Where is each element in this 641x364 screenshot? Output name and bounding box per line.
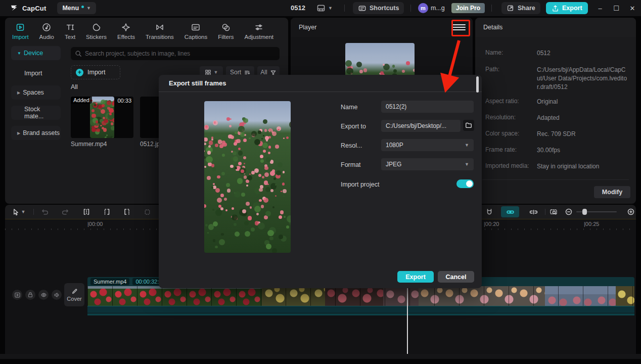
share-button[interactable]: Share [501, 2, 540, 14]
name-input[interactable] [381, 101, 474, 113]
divider [482, 179, 629, 180]
detail-value: Rec. 709 SDR [537, 130, 629, 139]
tab-stickers[interactable]: Stickers [86, 22, 107, 40]
shortcuts-button[interactable]: Shortcuts [353, 2, 404, 14]
split-left-icon [103, 208, 111, 216]
format-field-label: Format [341, 161, 361, 168]
resolution-select[interactable]: 1080P ▼ [381, 139, 474, 151]
tab-captions[interactable]: Captions [185, 22, 207, 40]
join-pro-button[interactable]: Join Pro [451, 3, 485, 13]
menu-button[interactable]: Menu ▼ [57, 2, 96, 14]
plus-icon: + [76, 69, 83, 76]
ruler-label: |00:00 [87, 221, 103, 227]
zoom-out-button[interactable] [562, 206, 575, 217]
detail-label: Name: [485, 49, 503, 56]
link-toggle-button[interactable] [501, 206, 519, 217]
preview-frame-button[interactable] [547, 206, 560, 217]
split-right-button[interactable] [120, 206, 133, 217]
clip-filmstrip [87, 286, 634, 306]
mute-track-button[interactable] [52, 290, 62, 300]
zoom-slider-handle[interactable] [582, 209, 587, 215]
detail-value: C:/Users/bj/AppData/Local/CapCut/User Da… [537, 66, 629, 92]
effects-icon [121, 22, 131, 32]
export-button-topbar[interactable]: Export [546, 2, 588, 14]
zoom-slider[interactable] [576, 211, 617, 212]
browse-folder-button[interactable] [463, 120, 474, 131]
divider [410, 5, 411, 12]
layout-switch-button[interactable]: ▼ [316, 2, 333, 14]
audio-icon [41, 22, 52, 32]
import-media-button[interactable]: + Import [71, 65, 120, 79]
layout-icon [316, 4, 326, 13]
split-right-icon [123, 208, 131, 216]
export-icon [552, 5, 559, 12]
zoom-in-button[interactable] [624, 206, 636, 217]
section-label-all: All [71, 83, 78, 90]
split-button[interactable] [80, 206, 93, 217]
media-item-summer[interactable]: Added 00:33 Summer.mp4 [71, 97, 133, 148]
link-icon [506, 208, 515, 216]
dialog-scrollbar[interactable] [476, 76, 479, 93]
split-left-button[interactable] [100, 206, 113, 217]
modify-button[interactable]: Modify [594, 186, 630, 198]
dialog-cancel-button[interactable]: Cancel [438, 271, 474, 283]
tab-transitions[interactable]: Transitions [146, 22, 174, 40]
duration-label: 00:33 [117, 98, 131, 104]
media-item-name: Summer.mp4 [71, 141, 133, 148]
sidebar-item-spaces[interactable]: ▶ Spaces [11, 85, 61, 100]
capcut-logo-icon [10, 5, 19, 12]
close-button[interactable]: ✕ [625, 0, 640, 16]
pencil-icon [71, 288, 78, 295]
dialog-title: Export still frames [159, 75, 482, 92]
triangle-right-icon: ▶ [17, 90, 20, 95]
tab-text[interactable]: Text [65, 22, 75, 40]
player-header: Player [291, 18, 473, 37]
import-project-toggle[interactable] [456, 179, 474, 188]
shortcuts-icon [358, 4, 367, 13]
detail-value: 0512 [537, 49, 629, 58]
undo-button[interactable] [38, 206, 52, 217]
tab-adjustment[interactable]: Adjustment [245, 22, 274, 40]
tab-import[interactable]: Import [12, 22, 29, 40]
ruler-label: |00:25 [584, 221, 599, 227]
avatar[interactable]: m [418, 3, 428, 13]
project-title: 0512 [291, 4, 305, 12]
details-panel: Details Name: 0512 Path: C:/Users/bj/App… [475, 18, 636, 204]
detail-label: Resolution: [485, 114, 516, 121]
minimize-button[interactable]: – [592, 0, 608, 16]
unlink-icon [529, 208, 538, 216]
sidebar-item-import[interactable]: Import [11, 66, 61, 80]
delete-button[interactable] [141, 206, 154, 217]
export-path-input[interactable] [381, 120, 461, 132]
tab-filters[interactable]: Filters [218, 22, 234, 40]
hamburger-icon [452, 24, 466, 25]
redo-button[interactable] [59, 206, 72, 217]
dialog-export-button[interactable]: Export [397, 271, 434, 283]
tab-effects[interactable]: Effects [117, 22, 135, 40]
magnet-toggle-button[interactable] [483, 206, 496, 217]
player-menu-button[interactable] [452, 22, 466, 32]
cover-button[interactable]: Cover [64, 283, 84, 306]
detail-label: Aspect ratio: [485, 98, 519, 105]
select-tool-button[interactable]: ▼ [10, 206, 27, 217]
tab-audio[interactable]: Audio [39, 22, 54, 40]
import-icon [15, 22, 25, 32]
search-input[interactable] [85, 50, 276, 57]
lock-track-button[interactable] [25, 290, 35, 300]
maximize-button[interactable]: ☐ [609, 0, 624, 16]
detail-label: Imported media: [485, 162, 529, 169]
sidebar-item-brand-assets[interactable]: ▶ Brand assets [11, 126, 61, 140]
lock-icon [27, 292, 33, 298]
split-icon [82, 208, 90, 216]
adjustment-icon [254, 22, 264, 32]
clip-audio-strip-line [87, 313, 634, 315]
sidebar-item-stock-materials[interactable]: Stock mate... [11, 106, 61, 120]
hide-track-button[interactable] [38, 290, 49, 300]
sidebar-item-device[interactable]: ▼ Device [11, 46, 61, 60]
redo-icon [61, 208, 69, 216]
unlink-button[interactable] [525, 206, 542, 217]
format-select[interactable]: JPEG ▼ [381, 158, 474, 170]
clip-name: Summer.mp4 [90, 278, 129, 285]
filters-icon [221, 22, 231, 32]
added-badge: Added [71, 97, 92, 104]
